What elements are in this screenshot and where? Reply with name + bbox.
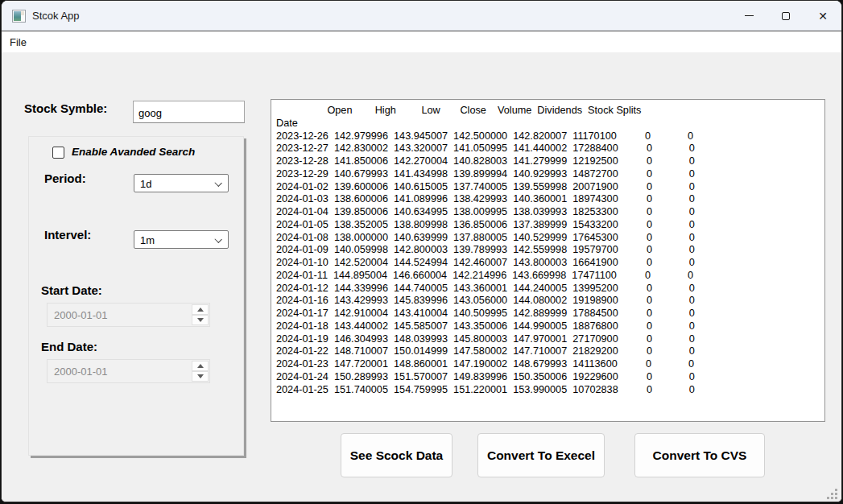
- close-icon: ✕: [818, 10, 828, 22]
- chevron-down-icon: [214, 180, 221, 187]
- end-date-label: End Date:: [41, 340, 97, 353]
- stock-symbol-value: goog: [138, 107, 162, 119]
- start-date-spin-buttons: [192, 304, 209, 325]
- title-bar[interactable]: Stcok App ✕: [2, 1, 841, 31]
- start-date-value: 2000-01-01: [54, 309, 108, 321]
- caption-controls: ✕: [730, 1, 841, 31]
- stock-data-textarea[interactable]: Open High Low Close Volume Dividends Sto…: [271, 99, 825, 422]
- spin-down-button[interactable]: [192, 315, 209, 325]
- period-label: Period:: [44, 171, 86, 185]
- stock-data-text: Open High Low Close Volume Dividends Sto…: [271, 100, 824, 396]
- menu-file[interactable]: File: [2, 36, 35, 48]
- menu-bar: File: [2, 31, 841, 52]
- period-value: 1d: [140, 178, 151, 190]
- convert-to-excel-button[interactable]: Convert To Execel: [477, 433, 605, 477]
- end-date-spin-buttons: [192, 361, 209, 382]
- minimize-icon: [745, 15, 754, 16]
- app-icon-light-area: [21, 11, 24, 15]
- advanced-search-frame: Enable Avanded Search Period: 1d Interve…: [28, 136, 244, 456]
- convert-to-csv-button[interactable]: Convert To CVS: [634, 433, 765, 477]
- arrow-up-icon: [197, 308, 204, 312]
- start-date-label: Start Date:: [41, 283, 102, 297]
- minimize-button[interactable]: [730, 1, 767, 31]
- start-date-spinbox[interactable]: 2000-01-01: [47, 303, 210, 327]
- spin-up-button[interactable]: [192, 304, 209, 315]
- chevron-down-icon: [214, 236, 221, 243]
- close-button[interactable]: ✕: [804, 1, 841, 31]
- enable-advanced-checkbox[interactable]: [52, 147, 64, 159]
- spin-down-button[interactable]: [192, 371, 209, 382]
- arrow-down-icon: [197, 318, 204, 322]
- spin-up-button[interactable]: [192, 361, 209, 371]
- see-stock-data-button[interactable]: See Scock Data: [341, 433, 452, 477]
- main-content: Stock Symble: goog Enable Avanded Search…: [2, 52, 841, 502]
- interval-combobox[interactable]: 1m: [134, 230, 229, 249]
- maximize-icon: [782, 12, 790, 20]
- stock-symbol-label: Stock Symble:: [24, 101, 107, 115]
- window-title: Stcok App: [32, 10, 80, 22]
- arrow-up-icon: [197, 364, 204, 368]
- arrow-down-icon: [197, 374, 204, 378]
- enable-advanced-label: Enable Avanded Search: [72, 146, 195, 158]
- maximize-button[interactable]: [767, 1, 804, 31]
- app-icon-teal-area: [14, 11, 21, 21]
- app-window: Stcok App ✕ File Stock Symble: goog: [1, 0, 842, 502]
- interval-value: 1m: [140, 234, 155, 246]
- app-image-icon: [12, 10, 26, 23]
- desktop-background: Stcok App ✕ File Stock Symble: goog: [0, 0, 843, 504]
- interval-label: Intervel:: [44, 228, 91, 242]
- resize-grip[interactable]: [827, 489, 837, 499]
- stock-symbol-input[interactable]: goog: [133, 101, 245, 123]
- end-date-value: 2000-01-01: [54, 366, 108, 378]
- period-combobox[interactable]: 1d: [134, 174, 229, 192]
- end-date-spinbox[interactable]: 2000-01-01: [47, 359, 210, 383]
